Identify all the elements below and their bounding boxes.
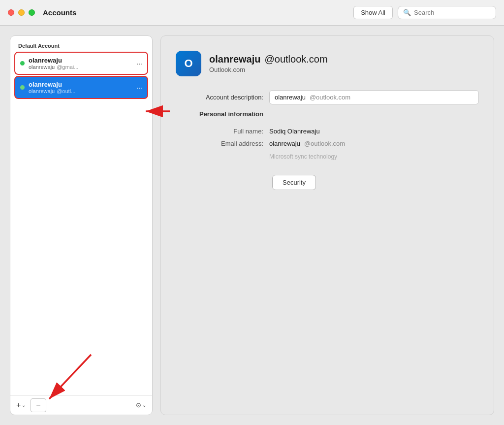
email-label: Email address: [176,140,269,147]
account-sub-outlook: olanrewaju @outl... [29,88,136,94]
account-subname-gmail: olanrewaju [29,64,55,70]
traffic-lights [8,9,35,16]
fullname-row: Full name: Sodiq Olanrewaju [176,128,479,135]
maximize-button[interactable] [29,9,35,16]
sync-tech-label: Microsoft sync technology [269,153,337,160]
header-account-type: Outlook.com [209,66,328,73]
account-name-outlook: olanrewaju [29,81,136,88]
main-content: Default Account olanrewaju olanrewaju @g… [0,26,504,425]
remove-account-button[interactable]: − [31,398,46,412]
sidebar-footer: + ⌄ − ⊙ ⌄ [10,395,152,415]
search-box: 🔍 [398,6,496,19]
account-subemail-gmail: @gmai... [57,64,78,70]
header-username: olanrewaju [209,54,260,65]
email-row: Email address: olanrewaju @outlook.com [176,140,479,147]
description-username: olanrewaju [275,94,306,101]
email-suffix: @outlook.com [304,140,345,147]
search-icon: 🔍 [403,9,411,16]
account-item-outlook[interactable]: olanrewaju olanrewaju @outl... ··· [14,76,148,99]
account-name-gmail: olanrewaju [29,57,136,64]
detail-panel: O olanrewaju @outlook.com Outlook.com Ac… [160,35,494,415]
account-item-gmail[interactable]: olanrewaju olanrewaju @gmai... ··· [14,52,148,75]
header-email-suffix: @outlook.com [264,54,327,65]
account-sub-gmail: olanrewaju @gmai... [29,64,136,70]
sync-row: Microsoft sync technology [176,152,479,160]
account-menu-outlook[interactable]: ··· [136,84,142,92]
default-account-label: Default Account [14,41,148,52]
description-email: @outlook.com [310,94,350,101]
account-header: O olanrewaju @outlook.com Outlook.com [176,51,479,76]
description-label: Account description: [176,94,269,101]
account-subemail-outlook: @outl... [57,88,75,94]
email-username: olanrewaju [269,140,300,147]
personal-info-heading: Personal information [176,110,269,118]
form-section: Account description: olanrewaju @outlook… [176,90,479,163]
sidebar-content: Default Account olanrewaju olanrewaju @g… [10,36,152,395]
description-row: Account description: olanrewaju @outlook… [176,90,479,104]
add-account-button[interactable]: + ⌄ [12,399,30,412]
titlebar-actions: Show All 🔍 [353,6,496,19]
status-dot-gmail [20,61,25,65]
show-all-button[interactable]: Show All [353,6,393,19]
more-options-button[interactable]: ⊙ ⌄ [132,399,150,411]
fullname-value: Sodiq Olanrewaju [269,128,320,135]
window-title: Accounts [43,8,353,17]
status-dot-outlook [20,85,25,90]
security-button[interactable]: Security [272,175,316,190]
titlebar: Accounts Show All 🔍 [0,0,504,26]
description-field[interactable]: olanrewaju @outlook.com [269,90,479,104]
minimize-button[interactable] [18,9,25,16]
sidebar: Default Account olanrewaju olanrewaju @g… [10,35,153,415]
search-input[interactable] [414,9,491,16]
personal-info-section: Personal information [176,110,479,123]
close-button[interactable] [8,9,14,16]
account-subname-outlook: olanrewaju [29,88,55,94]
fullname-label: Full name: [176,128,269,135]
account-menu-gmail[interactable]: ··· [136,60,142,67]
outlook-icon: O [176,51,201,76]
